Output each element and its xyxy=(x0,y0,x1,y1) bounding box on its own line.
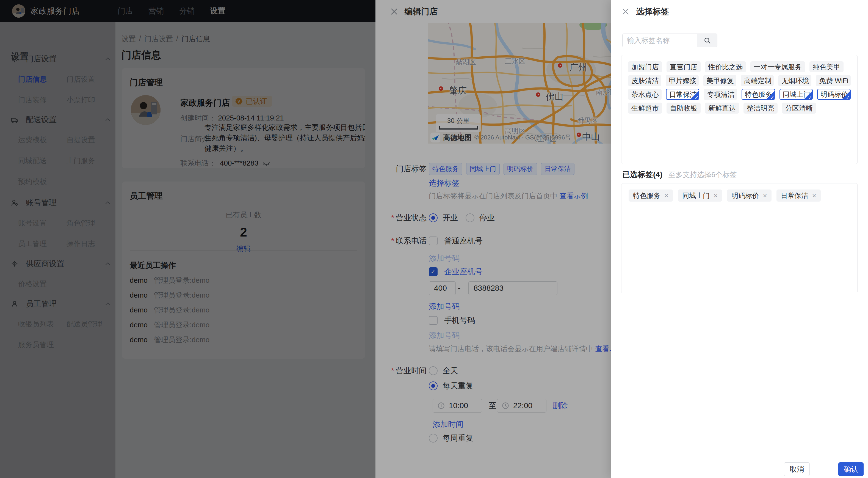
tag-option-免费 WiFi[interactable]: 免费 WiFi xyxy=(816,75,851,86)
tag-option-无烟环境[interactable]: 无烟环境 xyxy=(778,75,811,86)
tag-option-label: 整洁明亮 xyxy=(747,104,774,113)
tag-search-button[interactable] xyxy=(697,34,717,47)
tag-option-label: 纯色美甲 xyxy=(813,62,840,71)
tag-option-label: 分区清晰 xyxy=(785,104,813,113)
selected-tags-header: 已选标签(4) 至多支持选择6个标签 xyxy=(622,170,737,180)
available-tags-panel: 加盟门店直营门店性价比之选一对一专属服务纯色美甲皮肤清洁甲片嫁接美甲修复高端定制… xyxy=(621,55,858,164)
tag-option-特色服务[interactable]: 特色服务✓ xyxy=(742,89,775,100)
selected-tag-label: 特色服务 xyxy=(633,191,660,200)
tag-option-皮肤清洁[interactable]: 皮肤清洁 xyxy=(628,75,661,86)
tag-row: 茶水点心日常保洁✓专项清洁特色服务✓同城上门✓明码标价✓ xyxy=(628,89,851,100)
tag-option-日常保洁[interactable]: 日常保洁✓ xyxy=(666,89,700,100)
tag-search-input[interactable] xyxy=(622,34,697,47)
tags-drawer-footer: 取消 确认 xyxy=(611,460,868,478)
tag-option-label: 一对一专属服务 xyxy=(754,62,802,71)
tag-option-label: 性价比之选 xyxy=(708,62,743,71)
search-icon xyxy=(703,36,711,44)
tags-drawer-header: 选择标签 xyxy=(611,0,868,23)
selected-tags-panel: 特色服务×同城上门×明码标价×日常保洁× xyxy=(621,183,858,293)
tag-option-label: 免费 WiFi xyxy=(819,76,848,85)
selected-tag-label: 同城上门 xyxy=(682,191,710,200)
selected-check-icon: ✓ xyxy=(694,94,699,100)
tag-option-整洁明亮[interactable]: 整洁明亮 xyxy=(743,102,778,114)
selected-tag-label: 日常保洁 xyxy=(781,191,808,200)
tag-option-高端定制[interactable]: 高端定制 xyxy=(741,75,774,86)
tag-option-一对一专属服务[interactable]: 一对一专属服务 xyxy=(750,61,805,72)
tag-option-label: 皮肤清洁 xyxy=(631,76,659,85)
tag-option-label: 专项清洁 xyxy=(707,90,735,99)
tag-option-生鲜超市[interactable]: 生鲜超市 xyxy=(628,102,662,114)
selected-check-icon: ✓ xyxy=(808,94,812,100)
tag-row: 加盟门店直营门店性价比之选一对一专属服务纯色美甲 xyxy=(628,61,851,72)
tag-option-直营门店[interactable]: 直营门店 xyxy=(666,61,701,72)
selected-check-icon: ✓ xyxy=(770,94,775,100)
tag-option-label: 甲片嫁接 xyxy=(669,76,696,85)
selected-tag-chip-明码标价: 明码标价× xyxy=(727,189,771,202)
tag-option-label: 新鲜直达 xyxy=(708,104,736,113)
selected-tag-chip-同城上门: 同城上门× xyxy=(678,189,722,202)
tag-option-茶水点心[interactable]: 茶水点心 xyxy=(628,89,661,100)
tag-option-专项清洁[interactable]: 专项清洁 xyxy=(704,89,737,100)
remove-tag-icon[interactable]: × xyxy=(763,191,767,200)
tag-option-分区清晰[interactable]: 分区清晰 xyxy=(782,102,816,114)
tag-option-label: 生鲜超市 xyxy=(631,104,659,113)
selected-tags-hint: 至多支持选择6个标签 xyxy=(669,171,737,179)
tag-option-性价比之选[interactable]: 性价比之选 xyxy=(705,61,746,72)
tag-option-label: 自助收银 xyxy=(670,104,697,113)
tag-option-美甲修复[interactable]: 美甲修复 xyxy=(703,75,736,86)
tag-option-label: 直营门店 xyxy=(670,62,697,71)
tag-option-自助收银[interactable]: 自助收银 xyxy=(666,102,701,114)
selected-check-icon: ✓ xyxy=(846,94,850,100)
tag-option-label: 茶水点心 xyxy=(631,90,659,99)
tag-option-加盟门店[interactable]: 加盟门店 xyxy=(628,61,662,72)
select-tags-drawer: 选择标签 加盟门店直营门店性价比之选一对一专属服务纯色美甲皮肤清洁甲片嫁接美甲修… xyxy=(611,0,868,478)
remove-tag-icon[interactable]: × xyxy=(812,191,816,200)
tag-option-甲片嫁接[interactable]: 甲片嫁接 xyxy=(666,75,699,86)
tag-row: 皮肤清洁甲片嫁接美甲修复高端定制无烟环境免费 WiFi xyxy=(628,75,851,86)
remove-tag-icon[interactable]: × xyxy=(664,191,669,200)
close-icon[interactable] xyxy=(621,7,630,16)
selected-tag-label: 明码标价 xyxy=(732,191,759,200)
app-screen: 家政服务门店 门店营销分销设置 设置 门店设置门店信息门店设置门店装修小票打印配… xyxy=(0,0,868,478)
remove-tag-icon[interactable]: × xyxy=(714,191,718,200)
tag-option-label: 美甲修复 xyxy=(706,76,734,85)
tags-drawer-title: 选择标签 xyxy=(636,0,669,23)
tag-option-label: 无烟环境 xyxy=(781,76,809,85)
tag-option-label: 高端定制 xyxy=(744,76,772,85)
selected-tags-title: 已选标签(4) xyxy=(622,170,662,179)
selected-tag-chip-特色服务: 特色服务× xyxy=(629,189,673,202)
tag-option-纯色美甲[interactable]: 纯色美甲 xyxy=(809,61,843,72)
cancel-button[interactable]: 取消 xyxy=(784,462,810,476)
confirm-button[interactable]: 确认 xyxy=(838,462,864,476)
selected-tag-chip-日常保洁: 日常保洁× xyxy=(776,189,821,202)
tag-row: 生鲜超市自助收银新鲜直达整洁明亮分区清晰 xyxy=(628,102,851,114)
tag-option-明码标价[interactable]: 明码标价✓ xyxy=(817,89,851,100)
tag-option-label: 加盟门店 xyxy=(631,62,659,71)
tag-option-新鲜直达[interactable]: 新鲜直达 xyxy=(705,102,739,114)
tag-option-同城上门[interactable]: 同城上门✓ xyxy=(779,89,813,100)
